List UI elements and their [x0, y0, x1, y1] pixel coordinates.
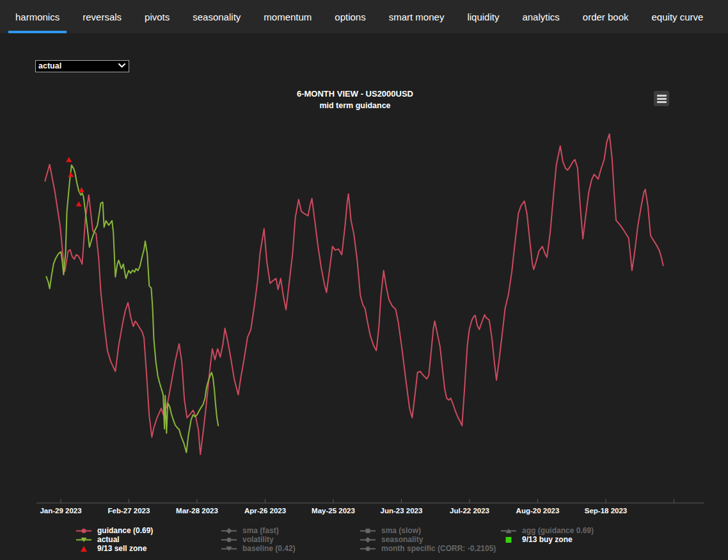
legend-item-label: agg (guidance 0.69): [522, 526, 594, 535]
actual-series-line: [46, 165, 218, 452]
line-diamond-marker-icon: [360, 536, 376, 544]
sell-zone-marker: [79, 188, 84, 193]
x-axis-label: Jul-22 2023: [450, 507, 489, 515]
x-axis-label: Aug-20 2023: [516, 507, 560, 515]
x-axis-label: May-25 2023: [312, 507, 355, 515]
legend-item-volatility[interactable]: volatility: [221, 535, 296, 544]
line-circle-marker-icon: [75, 527, 92, 535]
legend-item-label: baseline (0.42): [242, 544, 296, 553]
legend-column: agg (guidance 0.69)9/13 buy zone: [500, 526, 594, 544]
legend-column: sma (slow)seasonalitymonth specific (COR…: [360, 526, 496, 553]
legend-item-seasonality[interactable]: seasonality: [360, 535, 496, 544]
line-diamond-marker-icon: [221, 527, 237, 535]
legend-item-label: actual: [97, 535, 120, 544]
sell-zone-marker: [66, 157, 72, 162]
legend-column: sma (fast)volatilitybaseline (0.42): [221, 526, 296, 553]
legend-item-sma-fast[interactable]: sma (fast): [221, 526, 296, 535]
legend-item-label: sma (slow): [381, 526, 421, 535]
x-axis-label: Mar-28 2023: [176, 507, 218, 515]
legend-item-baseline-0-42[interactable]: baseline (0.42): [221, 544, 296, 553]
chart-plot: Jan-29 2023Feb-27 2023Mar-28 2023Apr-26 …: [0, 0, 728, 560]
square-marker-icon: [500, 536, 517, 544]
x-axis-label: Feb-27 2023: [108, 507, 150, 515]
line-circle-marker-icon: [221, 536, 237, 544]
x-axis-label: Sep-18 2023: [585, 507, 628, 515]
line-triangle-down-marker-icon: [221, 545, 237, 553]
line-triangle-up-marker-icon: [500, 527, 517, 535]
legend-item-label: seasonality: [381, 535, 423, 544]
legend-item-9-13-buy-zone[interactable]: 9/13 buy zone: [500, 535, 594, 544]
legend-item-label: volatility: [242, 535, 274, 544]
line-triangle-down-marker-icon: [75, 536, 92, 544]
legend-item-actual[interactable]: actual: [75, 535, 153, 544]
legend-item-agg-guidance-0-69[interactable]: agg (guidance 0.69): [500, 526, 594, 535]
guidance-series-line: [45, 134, 663, 454]
legend-item-9-13-sell-zone[interactable]: 9/13 sell zone: [75, 544, 153, 553]
line-circle-marker-icon: [360, 545, 376, 553]
legend-item-label: 9/13 buy zone: [522, 535, 573, 544]
x-axis-label: Jan-29 2023: [40, 507, 81, 515]
x-axis-label: Jun-23 2023: [381, 507, 423, 515]
legend-item-label: guidance (0.69): [97, 526, 153, 535]
legend-item-label: month specific (CORR: -0.2105): [381, 544, 496, 553]
app-root: harmonicsreversalspivotsseasonalitymomen…: [0, 0, 728, 560]
legend-column: guidance (0.69)actual9/13 sell zone: [75, 526, 153, 553]
legend-item-guidance-0-69[interactable]: guidance (0.69): [75, 526, 153, 535]
sell-zone-marker: [68, 172, 74, 177]
triangle-up-marker-icon: [75, 545, 92, 553]
legend-item-label: sma (fast): [242, 526, 279, 535]
legend-item-month-specific-corr-0-2105[interactable]: month specific (CORR: -0.2105): [360, 544, 496, 553]
x-axis-label: Apr-26 2023: [244, 507, 286, 515]
sell-zone-marker: [76, 201, 82, 206]
legend-item-sma-slow[interactable]: sma (slow): [360, 526, 496, 535]
line-square-marker-icon: [360, 527, 376, 535]
legend-item-label: 9/13 sell zone: [97, 544, 146, 553]
